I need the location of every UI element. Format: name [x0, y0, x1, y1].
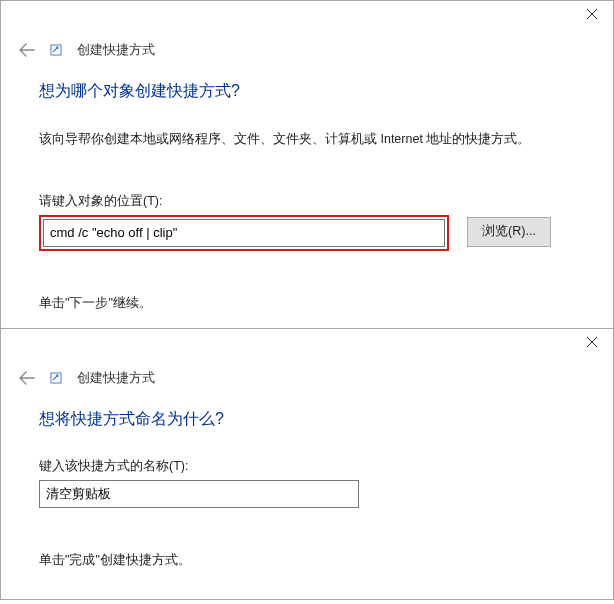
location-row: 浏览(R)... [39, 215, 575, 251]
wizard-header: 创建快捷方式 [1, 31, 613, 59]
close-icon [587, 9, 597, 19]
browse-button[interactable]: 浏览(R)... [467, 217, 551, 247]
description-text: 该向导帮你创建本地或网络程序、文件、文件夹、计算机或 Internet 地址的快… [39, 130, 575, 149]
back-arrow-icon [19, 43, 35, 57]
callout-highlight [39, 215, 449, 251]
page-heading: 想为哪个对象创建快捷方式? [39, 81, 575, 102]
close-button[interactable] [571, 329, 613, 355]
location-input[interactable] [43, 219, 445, 247]
location-label: 请键入对象的位置(T): [39, 193, 575, 210]
back-arrow-icon [19, 371, 35, 385]
title-bar [1, 329, 613, 359]
name-row [39, 480, 359, 508]
close-icon [587, 337, 597, 347]
shortcut-wizard-icon [49, 371, 63, 385]
wizard-title: 创建快捷方式 [77, 369, 155, 387]
close-button[interactable] [571, 1, 613, 27]
wizard-title: 创建快捷方式 [77, 41, 155, 59]
shortcut-wizard-icon [49, 43, 63, 57]
name-label: 键入该快捷方式的名称(T): [39, 458, 575, 475]
page-heading: 想将快捷方式命名为什么? [39, 409, 575, 430]
next-instruction: 单击"下一步"继续。 [39, 295, 575, 312]
back-button[interactable] [19, 370, 35, 386]
back-button[interactable] [19, 42, 35, 58]
wizard-header: 创建快捷方式 [1, 359, 613, 387]
dialog-content: 想为哪个对象创建快捷方式? 该向导帮你创建本地或网络程序、文件、文件夹、计算机或… [1, 59, 613, 344]
create-shortcut-dialog-step1: 创建快捷方式 想为哪个对象创建快捷方式? 该向导帮你创建本地或网络程序、文件、文… [0, 0, 614, 329]
title-bar [1, 1, 613, 31]
dialog-content: 想将快捷方式命名为什么? 键入该快捷方式的名称(T): 单击"完成"创建快捷方式… [1, 387, 613, 600]
finish-instruction: 单击"完成"创建快捷方式。 [39, 552, 575, 569]
create-shortcut-dialog-step2: 创建快捷方式 想将快捷方式命名为什么? 键入该快捷方式的名称(T): 单击"完成… [0, 328, 614, 600]
shortcut-name-input[interactable] [39, 480, 359, 508]
